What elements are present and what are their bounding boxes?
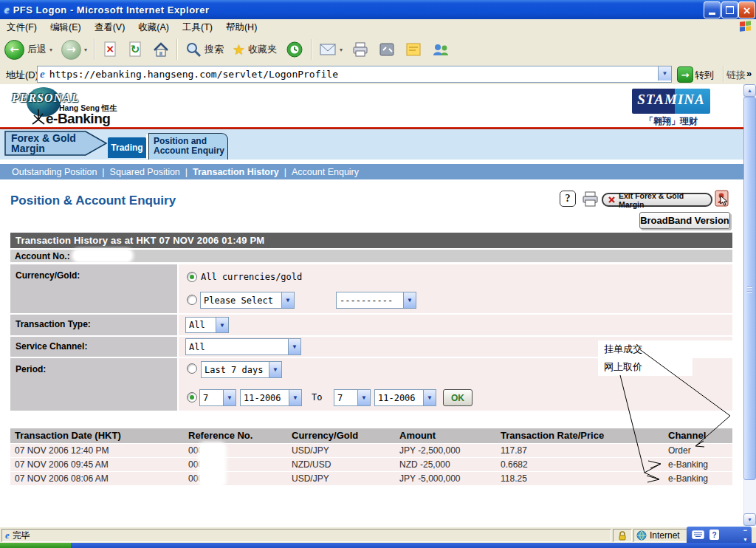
- menu-file[interactable]: 文件(F): [0, 19, 44, 35]
- exit-forex-gold-margin-button[interactable]: Exit Forex & Gold Margin: [602, 193, 712, 207]
- lock-icon: [618, 531, 627, 541]
- to-label: To: [312, 392, 322, 403]
- stamina-logo: STAMINA: [632, 89, 710, 114]
- messenger-button[interactable]: [427, 37, 455, 62]
- links-chevron-icon[interactable]: »: [746, 68, 752, 79]
- dropdown-arrow-icon[interactable]: ▼: [289, 390, 301, 405]
- service-channel-select[interactable]: All ▼: [185, 338, 301, 355]
- currency-select-2[interactable]: ---------- ▼: [336, 292, 416, 309]
- scroll-up-button[interactable]: ▲: [743, 84, 756, 97]
- ime-minimize-icon[interactable]: −: [743, 527, 747, 534]
- to-day-value: 7: [334, 393, 357, 403]
- dropdown-arrow-icon[interactable]: ▼: [281, 292, 294, 308]
- refresh-icon: ↻: [127, 41, 143, 58]
- dropdown-arrow-icon[interactable]: ▼: [288, 339, 300, 355]
- windows-logo-icon: [740, 21, 752, 33]
- restore-button[interactable]: [721, 1, 738, 18]
- taskbar-sliver[interactable]: [71, 543, 756, 548]
- transaction-type-select[interactable]: All ▼: [185, 317, 229, 333]
- mouse-cursor: [720, 195, 730, 206]
- period-range-radio[interactable]: [187, 392, 197, 403]
- menu-view[interactable]: 查看(V): [88, 19, 132, 35]
- ime-options-icon[interactable]: ▼: [743, 537, 748, 542]
- subnav-account-enquiry[interactable]: Account Enquiry: [292, 167, 359, 177]
- table-row: 07 NOV 2006 12:40 PM 000 USD/JPY JPY -2,…: [10, 444, 732, 457]
- back-label: 后退: [27, 43, 47, 56]
- all-currencies-radio[interactable]: [187, 272, 197, 282]
- print-button[interactable]: [347, 37, 374, 62]
- links-label[interactable]: 链接: [726, 69, 746, 82]
- history-button[interactable]: [281, 37, 309, 62]
- section-title-line1: Forex & Gold: [11, 133, 76, 143]
- mail-button[interactable]: ▾: [315, 37, 347, 62]
- dropdown-arrow-icon[interactable]: ▼: [403, 292, 416, 308]
- fit-window-button[interactable]: [374, 37, 400, 62]
- favorites-button[interactable]: ★ 收藏夹: [228, 37, 281, 62]
- annotation-online-quote-text: 网上取价: [604, 360, 642, 374]
- from-month-select[interactable]: 11-2006 ▼: [240, 389, 302, 406]
- to-month-value: 11-2006: [375, 393, 423, 403]
- back-button[interactable]: ← 后退 ▾: [0, 37, 57, 62]
- print-icon: [351, 41, 369, 58]
- menu-tools[interactable]: 工具(T): [176, 19, 219, 35]
- dropdown-arrow-icon[interactable]: ▼: [216, 318, 228, 332]
- print-page-icon[interactable]: [581, 191, 599, 208]
- period-preset-radio[interactable]: [187, 363, 197, 374]
- menu-help[interactable]: 帮助(H): [219, 19, 264, 35]
- dropdown-arrow-icon[interactable]: ▼: [357, 390, 370, 405]
- to-month-select[interactable]: 11-2006 ▼: [374, 389, 436, 406]
- menu-edit[interactable]: 编辑(E): [44, 19, 88, 35]
- transaction-type-value: All: [186, 320, 216, 330]
- scroll-down-button[interactable]: ▼: [743, 513, 756, 526]
- menu-favorites[interactable]: 收藏(A): [131, 19, 176, 35]
- from-day-select[interactable]: 7 ▼: [199, 389, 236, 406]
- broadband-version-button[interactable]: BroadBand Version: [639, 212, 730, 229]
- col-currency-gold: Currency/Gold: [292, 428, 358, 443]
- address-dropdown-button[interactable]: ▼: [658, 66, 671, 81]
- close-button[interactable]: ×: [738, 1, 755, 18]
- ie-window-icon: e: [4, 4, 10, 16]
- home-button[interactable]: [148, 37, 174, 62]
- minimize-button[interactable]: [704, 1, 721, 18]
- dropdown-arrow-icon[interactable]: ▼: [423, 390, 436, 405]
- tab-position-account-enquiry[interactable]: Position and Account Enquiry: [148, 133, 228, 160]
- account-row: Account No.:: [10, 250, 732, 262]
- service-channel-label-cell: Service Channel:: [10, 337, 177, 357]
- dropdown-arrow-icon[interactable]: ▼: [269, 362, 281, 377]
- taskbar-start-sliver[interactable]: [0, 543, 71, 548]
- table-row: 07 NOV 2006 08:06 AM 000 USD/JPY JPY -5,…: [10, 472, 732, 485]
- stop-button[interactable]: ×: [97, 37, 123, 62]
- tab-trading[interactable]: Trading: [108, 137, 146, 158]
- transaction-type-field-cell: [179, 315, 732, 335]
- back-dropdown-icon[interactable]: ▾: [49, 47, 52, 53]
- mail-icon: [319, 42, 337, 57]
- ime-help-icon[interactable]: ?: [709, 530, 719, 540]
- go-icon: →: [677, 66, 693, 83]
- mail-dropdown-icon[interactable]: ▾: [340, 47, 343, 53]
- dropdown-arrow-icon[interactable]: ▼: [223, 390, 236, 405]
- subnav-outstanding-position[interactable]: Outstanding Position: [12, 167, 97, 177]
- stop-icon: ×: [102, 41, 118, 58]
- table-row: 07 NOV 2006 09:45 AM 000 NZD/USD NZD -25…: [10, 458, 732, 471]
- currency-select[interactable]: Please Select ▼: [200, 292, 295, 309]
- scrollbar-thumb[interactable]: [743, 97, 756, 480]
- to-day-select[interactable]: 7 ▼: [334, 389, 371, 406]
- search-button[interactable]: 搜索: [180, 37, 228, 62]
- select-currency-radio[interactable]: [187, 295, 197, 305]
- cell-channel: e-Banking: [668, 458, 708, 471]
- edit-button[interactable]: [400, 37, 427, 62]
- help-icon[interactable]: ?: [560, 191, 576, 207]
- period-preset-select[interactable]: Last 7 days ▼: [201, 361, 282, 378]
- go-label[interactable]: 转到: [695, 69, 714, 82]
- subnav-squared-position[interactable]: Squared Position: [110, 167, 180, 177]
- ok-button[interactable]: OK: [443, 389, 472, 406]
- go-button[interactable]: →: [677, 66, 693, 83]
- address-input[interactable]: e https://ebanking.hangseng.com/servlet/…: [37, 66, 672, 83]
- forward-dropdown-icon[interactable]: ▾: [84, 47, 87, 53]
- subnav-transaction-history[interactable]: Transaction History: [193, 167, 279, 177]
- address-label: 地址(D): [6, 69, 38, 82]
- keyboard-icon[interactable]: [692, 530, 704, 539]
- forward-button[interactable]: → ▾: [57, 37, 92, 62]
- refresh-button[interactable]: ↻: [123, 37, 148, 62]
- period-preset-value: Last 7 days: [202, 365, 269, 375]
